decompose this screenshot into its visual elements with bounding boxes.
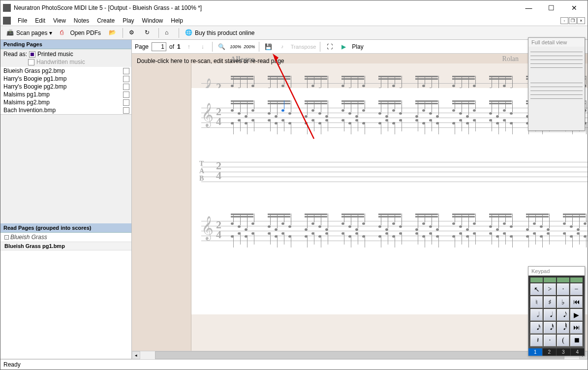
save-button[interactable]: 💾 bbox=[263, 41, 274, 52]
keypad-key[interactable]: 𝅘𝅥𝅯 bbox=[530, 322, 543, 334]
keypad-tab[interactable]: 1 bbox=[528, 348, 543, 356]
menu-notes[interactable]: Notes bbox=[70, 16, 93, 25]
keypad-key[interactable]: ↖ bbox=[530, 283, 543, 295]
keypad-window[interactable]: Keypad ↖>·−♮♯♭⏮𝅗𝅥𝅘𝅥𝅘𝅥𝅮▶𝅘𝅥𝅯𝅘𝅥𝅰𝅘𝅥𝅱⏭𝄽·(⏹ 12… bbox=[528, 266, 585, 356]
keypad-key[interactable]: ▶ bbox=[570, 309, 583, 321]
page-checkbox[interactable] bbox=[123, 84, 129, 90]
next-page-button[interactable]: ↓ bbox=[197, 41, 208, 52]
title-bar: Neuratron PhotoScore MIDI Lite 5 - [Outp… bbox=[0, 0, 588, 15]
keypad-key[interactable]: 𝅘𝅥𝅱 bbox=[557, 322, 569, 334]
score-area[interactable]: Double-click here to re-scan, edit stave… bbox=[132, 54, 588, 359]
menu-create[interactable]: Create bbox=[93, 16, 119, 25]
page-toolbar: Page of 1 ↑ ↓ 🔍 100% 200% 💾 ♪ Transpose … bbox=[132, 40, 588, 54]
scroll-left-button[interactable]: ◂ bbox=[132, 351, 140, 359]
page-checkbox[interactable] bbox=[123, 68, 129, 74]
page-checkbox[interactable] bbox=[123, 99, 129, 106]
keypad-key[interactable]: 𝅗𝅥 bbox=[530, 309, 543, 321]
menu-bar: File Edit View Notes Create Play Window … bbox=[0, 15, 588, 26]
scan-pages-button[interactable]: 📠 Scan pages ▾ bbox=[3, 28, 55, 38]
keypad-tab[interactable]: 3 bbox=[557, 348, 571, 356]
printed-music-checkbox[interactable] bbox=[29, 51, 35, 58]
page-number-input[interactable] bbox=[152, 42, 166, 51]
menu-window[interactable]: Window bbox=[138, 16, 167, 25]
mdi-close[interactable]: × bbox=[577, 17, 585, 24]
zoom-fit-button[interactable]: 🔍 bbox=[217, 41, 227, 52]
keypad-key[interactable]: 𝄽 bbox=[530, 335, 543, 346]
app-icon-small bbox=[3, 17, 11, 25]
pending-page-item[interactable]: Blueish Grass pg2.bmp bbox=[0, 67, 131, 75]
keypad-key[interactable]: ♭ bbox=[557, 296, 569, 308]
pending-page-item[interactable]: Malsims pg2.bmp bbox=[0, 98, 131, 106]
menu-play[interactable]: Play bbox=[119, 16, 138, 25]
settings-button[interactable]: ⚙ bbox=[126, 28, 140, 38]
dropdown-icon: ▾ bbox=[49, 30, 52, 36]
pending-page-item[interactable]: Harry's Boogie pg2.bmp bbox=[0, 83, 131, 91]
menu-file[interactable]: File bbox=[14, 16, 31, 25]
maximize-button[interactable]: ☐ bbox=[540, 2, 562, 14]
menu-help[interactable]: Help bbox=[167, 16, 187, 25]
score-page[interactable]: Blueish Grass pg1.bmp bbox=[0, 242, 131, 250]
open-pdfs-button[interactable]: ⎙ Open PDFs bbox=[57, 28, 104, 38]
close-button[interactable]: ✕ bbox=[563, 2, 585, 14]
play-button[interactable]: ▶ bbox=[338, 41, 349, 52]
pending-page-item[interactable]: Bach Invention.bmp bbox=[0, 106, 131, 114]
page-total: 1 bbox=[177, 43, 181, 50]
fullscreen-button[interactable]: ⛶ bbox=[324, 41, 335, 52]
menu-view[interactable]: View bbox=[49, 16, 70, 25]
keypad-tab[interactable]: 4 bbox=[571, 348, 585, 356]
keypad-key[interactable]: 𝅘𝅥𝅰 bbox=[544, 322, 556, 334]
pending-page-item[interactable]: Harry's Boogie pg1.bmp bbox=[0, 75, 131, 83]
full-detail-body bbox=[528, 47, 585, 130]
play-label: Play bbox=[352, 43, 363, 50]
keypad-key[interactable]: ⏮ bbox=[570, 296, 583, 308]
handwritten-music-checkbox[interactable] bbox=[28, 59, 34, 65]
page-checkbox[interactable] bbox=[123, 92, 129, 98]
prev-page-button[interactable]: ↑ bbox=[184, 41, 194, 52]
home-button[interactable]: ⌂ bbox=[162, 28, 176, 38]
pending-page-item[interactable]: Malsims pg1.bmp bbox=[0, 91, 131, 98]
page-label: Page bbox=[135, 43, 149, 50]
keypad-tab[interactable]: 2 bbox=[543, 348, 557, 356]
mdi-restore[interactable]: ❐ bbox=[569, 17, 577, 24]
page-checkbox[interactable] bbox=[123, 76, 129, 82]
pdf-icon: ⎙ bbox=[60, 29, 68, 37]
buy-online-button[interactable]: 🌐 Buy this product online bbox=[182, 28, 257, 38]
full-detail-window[interactable]: Full detail view bbox=[528, 37, 585, 131]
keypad-key[interactable]: 𝅘𝅥 bbox=[544, 309, 556, 321]
keypad-key[interactable]: 𝅘𝅥𝅮 bbox=[557, 309, 569, 321]
gear-icon: ⚙ bbox=[129, 29, 137, 37]
mdi-minimize[interactable]: - bbox=[560, 17, 568, 24]
read-as-label: Read as: bbox=[3, 51, 27, 58]
scroll-thumb[interactable] bbox=[155, 351, 564, 359]
pending-pages-header: Pending Pages bbox=[0, 40, 131, 49]
minimize-button[interactable]: — bbox=[518, 2, 540, 14]
open-file-button[interactable]: 📂 bbox=[106, 28, 120, 38]
zoom-200-button[interactable]: 200% bbox=[244, 41, 255, 52]
window-title: Neuratron PhotoScore MIDI Lite 5 - [Outp… bbox=[14, 4, 518, 11]
keypad-key[interactable]: ( bbox=[557, 335, 569, 346]
transpose-button[interactable]: ♪ bbox=[277, 41, 288, 52]
horizontal-scrollbar[interactable]: ◂ ▸ bbox=[132, 351, 588, 359]
keypad-key[interactable]: − bbox=[570, 283, 583, 295]
full-detail-title: Full detail view bbox=[528, 38, 585, 47]
keypad-key[interactable]: > bbox=[544, 283, 556, 295]
folder-icon: 📂 bbox=[109, 29, 117, 37]
menu-edit[interactable]: Edit bbox=[31, 16, 49, 25]
keypad-key[interactable]: ♮ bbox=[530, 296, 543, 308]
refresh-button[interactable]: ↻ bbox=[142, 28, 155, 38]
score-group[interactable]: -Blueish Grass bbox=[0, 233, 131, 242]
sidebar: Pending Pages Read as: Printed music Han… bbox=[0, 40, 132, 359]
keypad-key[interactable]: · bbox=[544, 335, 556, 346]
keypad-key[interactable]: ⏭ bbox=[570, 322, 583, 334]
keypad-key[interactable]: ⏹ bbox=[570, 335, 583, 346]
page-checkbox[interactable] bbox=[123, 107, 129, 114]
pending-pages-list: Blueish Grass pg2.bmpHarry's Boogie pg1.… bbox=[0, 67, 131, 115]
keypad-key[interactable]: · bbox=[557, 283, 569, 295]
scanner-icon: 📠 bbox=[6, 29, 14, 37]
keypad-key[interactable]: ♯ bbox=[544, 296, 556, 308]
instrument-label: Rolan bbox=[502, 55, 519, 63]
app-icon bbox=[3, 4, 11, 12]
transpose-label: Transpose bbox=[291, 44, 316, 50]
rescan-hint: Double-click here to re-scan, edit stave… bbox=[137, 58, 284, 64]
zoom-100-button[interactable]: 100% bbox=[230, 41, 241, 52]
